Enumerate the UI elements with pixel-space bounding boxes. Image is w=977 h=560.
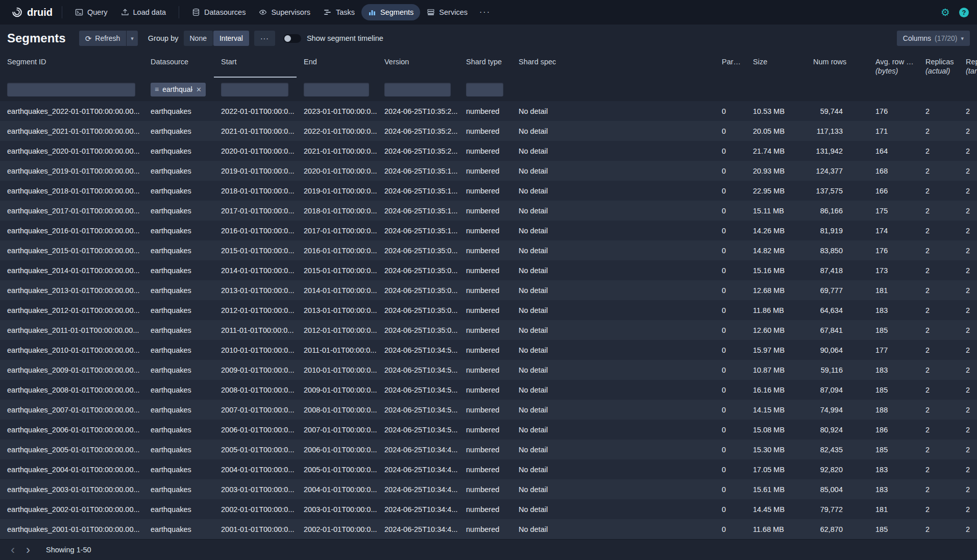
table-row[interactable]: earthquakes_2011-01-01T00:00:00.00... ea… [0,320,977,340]
cell-shard-type: numbered [459,320,511,340]
cell-segment-id: earthquakes_2001-01-01T00:00:00.00... [0,519,143,539]
column-header-num-rows[interactable]: Num rows [806,52,868,78]
group-by-interval-button[interactable]: Interval [213,31,249,46]
refresh-button[interactable]: ⟳ Refresh [79,31,127,46]
table-row[interactable]: earthquakes_2005-01-01T00:00:00.00... ea… [0,440,977,459]
cell-replicas: 2 [918,499,959,519]
cell-version: 2024-06-25T10:35:0... [377,300,459,320]
refresh-interval-caret-button[interactable]: ▾ [127,31,138,46]
group-by-none-button[interactable]: None [184,31,213,46]
nav-item-services[interactable]: Services [420,4,474,20]
shard-type-filter-input[interactable] [466,83,503,96]
cell-end: 2018-01-01T00:00:0... [297,201,377,221]
column-header-shard-spec[interactable]: Shard spec [511,52,715,78]
segment-id-filter-input[interactable] [7,83,135,96]
table-row[interactable]: earthquakes_2008-01-01T00:00:00.00... ea… [0,380,977,400]
column-header-replicas[interactable]: Replicas(actual) [918,52,959,78]
help-icon[interactable]: ? [959,8,969,17]
column-header-shard-type[interactable]: Shard type [459,52,511,78]
table-row[interactable]: earthquakes_2012-01-01T00:00:00.00... ea… [0,300,977,320]
cell-shard-spec: No detail [511,360,715,380]
table-row[interactable]: earthquakes_2016-01-01T00:00:00.00... ea… [0,221,977,240]
cell-end: 2006-01-01T00:00:0... [297,440,377,459]
table-row[interactable]: earthquakes_2022-01-01T00:00:00.00... ea… [0,101,977,121]
cell-partition: 0 [715,380,746,400]
chevron-right-icon: › [26,544,30,556]
segments-tbody: earthquakes_2022-01-01T00:00:00.00... ea… [0,101,977,539]
cell-end: 2005-01-01T00:00:0... [297,459,377,479]
column-header-size[interactable]: Size [746,52,806,78]
table-row[interactable]: earthquakes_2018-01-01T00:00:00.00... ea… [0,181,977,201]
cell-shard-spec: No detail [511,459,715,479]
cell-version: 2024-06-25T10:34:5... [377,340,459,360]
cell-start: 2016-01-01T00:00:0... [214,221,297,240]
cell-num-rows: 69,777 [806,280,868,300]
table-row[interactable]: earthquakes_2021-01-01T00:00:00.00... ea… [0,121,977,141]
table-row[interactable]: earthquakes_2015-01-01T00:00:00.00... ea… [0,240,977,260]
cell-size: 10.87 MB [746,360,806,380]
services-icon [427,8,435,16]
topbar-divider [179,6,179,18]
nav-item-supervisors[interactable]: Supervisors [252,4,317,20]
cell-avg-row-size: 176 [868,101,918,121]
settings-gear-icon[interactable]: ⚙ [941,7,950,17]
cell-replicas: 2 [918,300,959,320]
table-row[interactable]: earthquakes_2010-01-01T00:00:00.00... ea… [0,340,977,360]
cell-shard-spec: No detail [511,400,715,420]
nav-item-load-data[interactable]: Load data [114,4,173,20]
cell-replicas: 2 [918,519,959,539]
table-row[interactable]: earthquakes_2006-01-01T00:00:00.00... ea… [0,420,977,440]
table-row[interactable]: earthquakes_2009-01-01T00:00:00.00... ea… [0,360,977,380]
cell-shard-type: numbered [459,240,511,260]
cell-size: 15.16 MB [746,260,806,280]
cell-avg-row-size: 183 [868,459,918,479]
cell-num-rows: 124,377 [806,161,868,181]
nav-item-tasks[interactable]: Tasks [317,4,361,20]
nav-item-query[interactable]: Query [68,4,114,20]
table-row[interactable]: earthquakes_2014-01-01T00:00:00.00... ea… [0,260,977,280]
column-header-version[interactable]: Version [377,52,459,78]
close-icon[interactable]: ✕ [196,86,202,93]
cell-replicas: 2 [918,101,959,121]
topbar-right: ⚙ ? [941,7,969,17]
cell-start: 2006-01-01T00:00:0... [214,420,297,440]
cell-segment-id: earthquakes_2014-01-01T00:00:00.00... [0,260,143,280]
next-page-button[interactable]: › [20,542,36,557]
cell-num-rows: 87,094 [806,380,868,400]
table-row[interactable]: earthquakes_2019-01-01T00:00:00.00... ea… [0,161,977,181]
nav-more-button[interactable]: ··· [474,4,496,21]
druid-logo[interactable]: druid [8,7,56,18]
table-row[interactable]: earthquakes_2020-01-01T00:00:00.00... ea… [0,141,977,161]
end-filter-input[interactable] [304,83,369,96]
cell-partition: 0 [715,161,746,181]
columns-button[interactable]: Columns (17/20) ▾ [897,31,970,46]
cell-end: 2019-01-01T00:00:0... [297,181,377,201]
more-actions-button[interactable]: ··· [254,31,275,46]
column-header-partition[interactable]: Partition [715,52,746,78]
start-filter-input[interactable] [221,83,288,96]
nav-item-segments[interactable]: Segments [361,4,420,20]
column-header-avg-row-size[interactable]: Avg. row size(bytes) [868,52,918,78]
column-header-start[interactable]: Start [214,52,297,78]
cell-replicas: 2 [918,420,959,440]
table-row[interactable]: earthquakes_2017-01-01T00:00:00.00... ea… [0,201,977,221]
table-row[interactable]: earthquakes_2007-01-01T00:00:00.00... ea… [0,400,977,420]
column-header-datasource[interactable]: Datasource [143,52,214,78]
table-row[interactable]: earthquakes_2002-01-01T00:00:00.00... ea… [0,499,977,519]
table-row[interactable]: earthquakes_2004-01-01T00:00:00.00... ea… [0,459,977,479]
nav-item-datasources[interactable]: Datasources [185,4,252,20]
version-filter-input[interactable] [384,83,451,96]
segment-timeline-toggle[interactable] [283,34,301,43]
column-header-end[interactable]: End [297,52,377,78]
datasource-filter-chip[interactable]: ≡ earthquakes ✕ [151,83,206,96]
cell-num-rows: 74,994 [806,400,868,420]
table-row[interactable]: earthquakes_2001-01-01T00:00:00.00... ea… [0,519,977,539]
table-row[interactable]: earthquakes_2013-01-01T00:00:00.00... ea… [0,280,977,300]
cell-size: 12.68 MB [746,280,806,300]
column-header-replication-factor[interactable]: Replication factor(target) [959,52,977,78]
column-header-segment-id[interactable]: Segment ID [0,52,143,78]
table-row[interactable]: earthquakes_2003-01-01T00:00:00.00... ea… [0,479,977,499]
previous-page-button[interactable]: ‹ [5,542,20,557]
brand-name: druid [27,7,53,18]
cell-segment-id: earthquakes_2019-01-01T00:00:00.00... [0,161,143,181]
